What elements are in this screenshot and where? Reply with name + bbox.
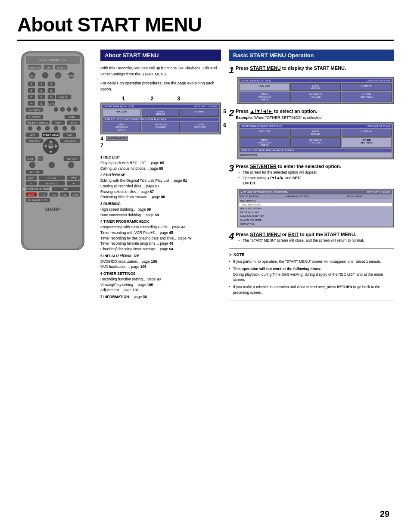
item-3: 3 DUBBING High speed dubbing… page 59 Ra… [100,201,221,218]
s3-item3: REC AUDIO FORMAT [239,207,392,210]
svg-text:ZOOM: ZOOM [72,193,79,196]
step-1: 1 Press START MENU to display the START … [229,65,394,104]
note-item-3: If you make a mistake in operation and w… [229,284,394,296]
label-2: 2 [151,96,154,102]
screen-row-1: REC LIST EDIT/ERASE DUBBING [103,109,219,117]
remote-control-svg: — TV CONTROL — POWER VOL CH POWER O/C A … [17,50,88,261]
side-labels: 5 6 [223,109,226,128]
svg-text:RES: RES [41,193,46,196]
label-7: 7 [100,143,103,149]
svg-point-59 [28,126,32,131]
svg-text:INPUT: INPUT [71,121,77,124]
basic-section: Basic START MENU Operation 1 Press START… [229,50,394,301]
bottom-labels: 4 INFORMATION [100,136,221,142]
s2-init: INITIALIZE/FINALIZE [290,137,340,148]
remote-area: — TV CONTROL — POWER VOL CH POWER O/C A … [17,50,93,261]
step-3-bullets: The screen for the selected option will … [236,170,388,187]
step-3-row: 3 Press SET/ENTER to enter the selected … [229,164,394,187]
step-2-row: 2 Press ▲/▼/◄/► to select an option. Exa… [229,109,394,121]
svg-text:P.B.P: P.B.P [56,121,61,124]
step-4-bullets: The "START MENU" screen will close, and … [236,238,388,243]
note-item-1: If you perform no operation, the "START … [229,259,394,264]
btn-timer: TIMERPROGRAMCHECK [103,122,141,132]
svg-text:7: 7 [31,96,32,99]
item-7: 7 INFORMATION… page 38 [100,294,221,300]
s3-item5: MNML MONO REC SET [239,215,392,218]
svg-text:SHARP: SHARP [45,207,60,212]
svg-text:2: 2 [40,83,42,86]
item-6: 6 OTHER SETTINGS Recording function sett… [100,271,221,293]
item-4: 4 TIMER PROGRAM/CHECK Programming with E… [100,219,221,252]
svg-text:REL: REL [62,193,67,196]
btn-info: INFORMATION [106,136,128,141]
svg-text:6: 6 [50,89,52,92]
s1-header: START MENU(REC LIST) 12/25 SAT 10:28 AM [240,79,392,82]
about-header: About START MENU [100,50,221,61]
content-area: — TV CONTROL — POWER VOL CH POWER O/C A … [17,50,394,301]
step-2: 2 Press ▲/▼/◄/► to select an option. Exa… [229,109,394,159]
svg-text:5: 5 [40,89,42,92]
svg-text:●REC: ●REC [28,193,34,196]
svg-point-88 [49,162,55,168]
step-4-bullet-1: The "START MENU" screen will close, and … [238,238,388,243]
label-4: 4 [100,136,103,142]
svg-text:DIRECT: DIRECT [59,96,68,99]
svg-text:8: 8 [40,96,42,99]
s3-item1: HDD CHAPTER [239,199,392,202]
svg-text:9: 9 [50,96,52,99]
step-1-number: 1 [229,65,234,75]
item-1: 1 REC LIST Playing back with REC LIST… p… [100,155,221,171]
svg-text:DVD: DVD [67,134,72,137]
s2-desc: DISPLAYS SET ITEMS BEFORE REC/PLAYBACK [240,149,392,152]
step-2-content: Press ▲/▼/◄/► to select an option. Examp… [236,109,388,121]
svg-rect-84 [38,156,43,161]
step-3-screen: ■ OTHER SETTINGS(REC. FUNCTION) 12/25 SA… [237,189,394,227]
s3-item2: TRACT RECORDING [239,203,392,206]
svg-text:REC LIST: REC LIST [30,171,40,174]
s2-edit: EDIT/ERASE [290,129,340,137]
screen-mockup-1: START MENU(REC LIST) 12/25 SAT 10:28 AM … [100,103,221,134]
basic-header: Basic START MENU Operation [229,50,394,61]
note-list: If you perform no operation, the "START … [229,259,394,296]
svg-text:EXT/AM/FM: EXT/AM/FM [28,109,40,111]
s3-item7: SAP SETTING [239,222,392,226]
step-1-title: Press START MENU to display the START ME… [236,65,388,71]
note-item-2: This operation will not work at the foll… [229,266,394,283]
about-detail: For details on operation procedures, see… [100,81,221,92]
btn-dubbing: DUBBING [181,109,219,117]
btn-edit: EDIT/ERASE [142,109,180,117]
s3-item6: MANUAL REC MODE [239,218,392,222]
step-2-body: Example: When "OTHER SETTINGS" is select… [236,115,388,121]
s1-dubbing: DUBBING [342,83,392,91]
screen-desc-1: DISPLAYS LIST OF RECORDED TITLES FOR PLA… [103,118,219,121]
s1-init: INITIALIZE/FINALIZE [290,92,340,102]
step-3-content: Press SET/ENTER to enter the selected op… [236,164,388,187]
s1-edit: EDIT/ERASE [290,83,340,91]
step-1-screen: START MENU(REC LIST) 12/25 SAT 10:28 AM … [237,77,394,104]
items-list: 1 REC LIST Playing back with REC LIST… p… [100,155,221,300]
svg-text:■STOP/LVD: ■STOP/LVD [46,182,58,185]
svg-point-47 [67,107,71,112]
svg-point-60 [37,126,41,131]
svg-text:4: 4 [31,89,32,92]
diagram-top-labels: 1 2 3 [100,96,221,102]
note-section: NOTE If you perform no operation, the "S… [229,249,394,301]
step-3: 3 Press SET/ENTER to enter the selected … [229,164,394,228]
svg-text:VCR+: VCR+ [68,116,76,118]
step-4-title: Press START MENU or EXIT to quit the STA… [236,232,388,237]
label-3: 3 [177,96,180,102]
step-3-number: 3 [229,164,234,173]
btn-reclist: REC LIST [103,109,141,117]
step-1-content: Press START MENU to display the START ME… [236,65,388,72]
step-1-row: 1 Press START MENU to display the START … [229,65,394,75]
label-7-wrap: 7 [100,143,221,149]
screen-header-1: START MENU(REC LIST) 12/25 SAT 10:28 AM [103,105,219,108]
svg-text:3: 3 [50,83,52,86]
note-header: NOTE [229,252,394,257]
step-4-content: Press START MENU or EXIT to quit the STA… [236,232,388,244]
svg-text:— TV CONTROL —: — TV CONTROL — [39,59,66,62]
s1-row1: REC LIST EDIT/ERASE DUBBING [240,83,392,91]
screen-time-1: 12/25 SAT 10:28 AM [193,105,217,108]
s2-row1: REC LIST EDIT/ERASE DUBBING [240,129,392,137]
svg-text:DVD MENU: DVD MENU [65,140,76,142]
